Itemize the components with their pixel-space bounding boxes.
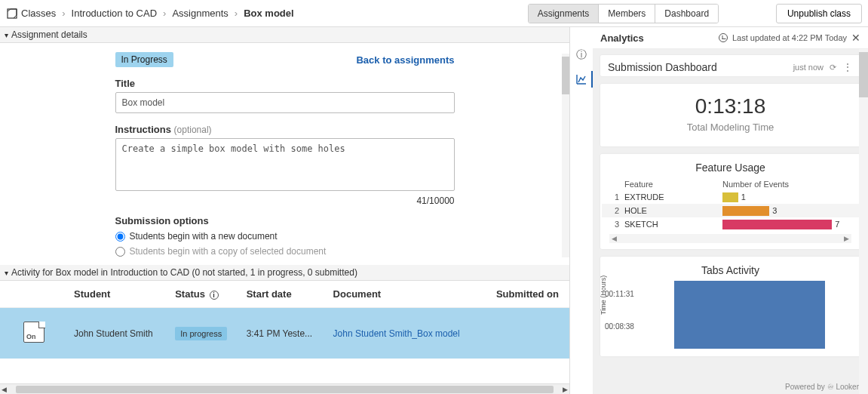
y-tick-2: 00:08:38 [605,322,634,331]
feature-row-index: 2 [609,206,624,215]
crumb-assignments[interactable]: Assignments [172,8,228,19]
status-badge: In Progress [115,52,173,67]
left-pane: ▾ Assignment details In Progress Back to… [0,27,570,394]
feature-row-name: EXTRUDE [624,192,722,202]
radio-copy-document-label: Students begin with a copy of selected d… [130,246,327,257]
feature-row-bar [722,206,769,216]
scroll-thumb[interactable] [16,386,554,393]
reload-icon[interactable]: ⟳ [830,63,836,72]
analytics-updated: Last updated at 4:22 PM Today ✕ [719,32,860,44]
modeling-time-value: 0:13:18 [608,94,853,119]
col-status-label: Status [175,288,205,300]
top-tabs: Assignments Members Dashboard [528,4,719,23]
feature-row: 2HOLE3 [602,204,859,217]
col-student[interactable]: Student [68,281,169,308]
tab-assignments[interactable]: Assignments [529,5,599,23]
activity-body: Student Status i Start date Document Sub… [0,281,569,383]
chevron-down-icon: ▾ [5,269,8,277]
clock-icon [719,33,728,42]
modeling-time-label: Total Modeling Time [608,122,853,133]
feature-col-events: Number of Events [722,180,851,189]
analytics-scrollbar[interactable] [859,49,868,394]
col-start-date[interactable]: Start date [241,281,327,308]
side-rail: ⓘ [570,27,593,394]
powered-by: Powered by ♾ Looker [785,383,859,391]
dashboard-meta: just now [793,63,824,72]
feature-row: 3SKETCH7 [602,217,859,231]
tabs-activity-card: Tabs Activity 00:11:31 00:08:38 Time (Ho… [600,257,860,356]
feature-row-value: 3 [772,206,777,215]
tabs-activity-chart: 00:11:31 00:08:38 Time (Hours) [600,281,860,356]
dashboard-head-card: Submission Dashboard just now ⟳ ⋮ [600,55,860,76]
top-bar: Classes › Introduction to CAD › Assignme… [0,0,868,27]
feature-row-name: HOLE [624,206,722,215]
modeling-time-card: 0:13:18 Total Modeling Time [600,84,860,146]
scroll-left-icon[interactable]: ◀ [2,386,7,393]
y-axis-label: Time (Hours) [600,275,607,315]
feature-row-value: 7 [835,220,839,229]
analytics-head: Analytics Last updated at 4:22 PM Today … [593,27,868,49]
scroll-right-icon[interactable]: ▶ [563,386,568,393]
analytics-updated-text: Last updated at 4:22 PM Today [732,33,847,42]
feature-col-feature: Feature [624,180,722,189]
close-icon[interactable]: ✕ [851,32,860,44]
cell-start: 3:41 PM Yeste... [241,308,327,359]
chevron-down-icon: ▾ [5,31,8,39]
crumb-current: Box model [244,8,293,19]
unpublish-button[interactable]: Unpublish class [776,4,862,23]
crumb-course[interactable]: Introduction to CAD [72,8,157,19]
analytics-panel: Analytics Last updated at 4:22 PM Today … [593,27,868,394]
radio-new-document[interactable]: Students begin with a new document [115,231,455,242]
document-icon [23,322,44,343]
y-tick-1: 00:11:31 [605,290,634,298]
back-to-assignments-link[interactable]: Back to assignments [356,54,454,66]
feature-row-name: SKETCH [624,220,722,229]
more-icon[interactable]: ⋮ [842,61,853,73]
info-icon[interactable]: i [210,291,219,300]
feature-h-scrollbar[interactable]: ◀▶ [609,234,851,243]
analytics-body: Submission Dashboard just now ⟳ ⋮ 0:13:1… [593,49,868,394]
assignment-details-head[interactable]: ▾ Assignment details [0,27,569,43]
assignment-details-label: Assignment details [11,29,87,40]
feature-row-index: 3 [609,220,624,229]
instructions-label-text: Instructions [115,124,171,135]
table-row[interactable]: John Student Smith In progress 3:41 PM Y… [0,308,569,359]
activity-label: Activity for Box model in Introduction t… [11,267,357,278]
main: ▾ Assignment details In Progress Back to… [0,27,868,394]
radio-new-document-label: Students begin with a new document [130,231,278,242]
radio-copy-document[interactable]: Students begin with a copy of selected d… [115,246,455,257]
feature-row: 1EXTRUDE1 [602,190,859,204]
cell-status: In progress [175,327,227,340]
tabs-activity-bar [674,281,825,349]
cell-student: John Student Smith [68,308,169,359]
breadcrumb: Classes › Introduction to CAD › Assignme… [6,8,294,20]
instructions-label: Instructions (optional) [115,124,455,135]
cell-submitted [481,308,569,359]
feature-usage-title: Feature Usage [602,154,859,178]
col-submitted[interactable]: Submitted on [481,281,569,308]
feature-row-index: 1 [609,192,624,202]
chevron-right-icon: › [163,8,166,19]
radio-copy-document-input[interactable] [115,247,125,257]
cell-document-link[interactable]: John Student Smith_Box model [333,328,460,339]
assignment-details-body: In Progress Back to assignments Title In… [0,43,569,265]
tab-dashboard[interactable]: Dashboard [655,5,718,23]
col-status[interactable]: Status i [169,281,241,308]
title-label: Title [115,78,455,89]
activity-head[interactable]: ▾ Activity for Box model in Introduction… [0,265,569,281]
analytics-icon[interactable] [575,72,588,86]
analytics-title: Analytics [600,32,644,44]
tab-members[interactable]: Members [598,5,655,23]
feature-row-value: 1 [741,192,746,202]
radio-new-document-input[interactable] [115,232,125,242]
feature-row-bar [722,220,832,229]
info-icon[interactable]: ⓘ [575,48,588,62]
crumb-classes[interactable]: Classes [21,8,56,19]
instructions-input[interactable]: Create a simple box model with some hole… [115,138,455,191]
col-document[interactable]: Document [327,281,482,308]
dashboard-title: Submission Dashboard [608,61,717,73]
activity-table: Student Status i Start date Document Sub… [0,281,569,359]
title-input[interactable] [115,92,455,113]
activity-h-scrollbar[interactable]: ◀ ▶ [0,383,569,394]
details-scrollbar[interactable] [562,54,569,257]
